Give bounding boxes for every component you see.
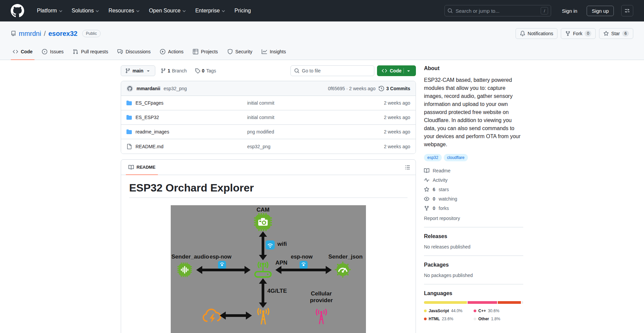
search-input[interactable]: Search or jump to... / <box>444 5 551 16</box>
topic-cloudflare[interactable]: cloudflare <box>444 154 468 161</box>
caret-down-icon <box>406 68 411 73</box>
tab-code[interactable]: Code <box>8 44 37 60</box>
repo-tabs: Code Issues Pull requests Discussions Ac… <box>0 44 644 60</box>
report-repository-link[interactable]: Report repository <box>424 216 523 221</box>
stars-link[interactable]: 6stars <box>424 187 523 192</box>
releases-heading: Releases <box>424 233 523 239</box>
nav-pricing[interactable]: Pricing <box>231 5 254 16</box>
esp-now-left-arrow <box>196 266 251 274</box>
nav-open-source[interactable]: Open Source <box>146 5 189 16</box>
repo-title-row: mmrdni / esorex32 Public Notifications F… <box>0 21 644 44</box>
language-bar-html <box>498 301 521 304</box>
avatar[interactable] <box>126 85 133 92</box>
cellular-provider-tower-icon <box>313 307 329 325</box>
actions-icon <box>160 49 165 54</box>
fork-button[interactable]: Fork 0 <box>561 28 596 39</box>
tab-issues[interactable]: Issues <box>37 44 68 60</box>
code-icon <box>13 49 18 54</box>
nav-solutions[interactable]: Solutions <box>68 5 103 16</box>
go-to-file-input[interactable]: Go to file <box>290 65 374 76</box>
tab-projects[interactable]: Projects <box>188 44 223 60</box>
readme-header: README <box>121 160 416 175</box>
nav-enterprise[interactable]: Enterprise <box>192 5 228 16</box>
file-name-link[interactable]: ES_ESP32 <box>136 115 159 120</box>
diagram-sender-audio-label: Sender_audio <box>171 254 209 260</box>
file-commit-message[interactable]: initial commit <box>247 100 384 106</box>
chevron-down-icon <box>136 9 140 13</box>
packages-empty-text: No packages published <box>424 273 523 278</box>
nav-platform[interactable]: Platform <box>34 5 66 16</box>
language-legend: JavaScript 44.0% C++ 30.6% HTML 23.6% Ot… <box>424 309 523 321</box>
repo-name-link[interactable]: esorex32 <box>48 30 77 38</box>
language-html[interactable]: HTML 23.6% <box>424 317 474 321</box>
file-name-link[interactable]: README.md <box>136 144 163 149</box>
language-dot <box>474 318 476 320</box>
architecture-diagram: CAM <box>171 205 366 333</box>
fork-icon <box>565 31 571 36</box>
folder-icon <box>126 129 132 134</box>
tab-insights[interactable]: Insights <box>257 44 290 60</box>
file-commit-time: 2 weeks ago <box>384 144 410 149</box>
activity-link[interactable]: Activity <box>424 177 523 183</box>
language-dot <box>424 310 427 312</box>
language-javascript[interactable]: JavaScript 44.0% <box>424 309 474 313</box>
json-gauge-chip-icon <box>335 262 351 278</box>
table-row[interactable]: ES_CFpages initial commit 2 weeks ago <box>121 96 416 110</box>
notifications-button[interactable]: Notifications <box>516 28 557 39</box>
diagram-sender-json-label: Sender_json <box>328 254 363 260</box>
pull-request-icon <box>73 49 78 54</box>
language-other[interactable]: Other 1.8% <box>474 317 523 321</box>
branch-selector[interactable]: main <box>121 65 155 76</box>
nav-resources[interactable]: Resources <box>105 5 143 16</box>
audio-chip-icon <box>177 262 192 277</box>
tab-security[interactable]: Security <box>223 44 257 60</box>
commit-hash-time[interactable]: 0f65695 · 2 weeks ago <box>328 86 376 91</box>
languages-section: Languages JavaScript 44.0% C++ 30.6% HTM… <box>424 290 523 321</box>
file-commit-message[interactable]: esp32_png <box>247 144 384 149</box>
sign-up-button[interactable]: Sign up <box>587 6 614 16</box>
table-row[interactable]: readme_images png modified 2 weeks ago <box>121 125 416 139</box>
sign-in-link[interactable]: Sign in <box>558 6 581 16</box>
forks-link[interactable]: 0forks <box>424 206 523 211</box>
tags-link[interactable]: 0Tags <box>192 68 219 73</box>
releases-empty-text: No releases published <box>424 244 523 249</box>
diagram-esp-now-right-label: esp-now <box>291 254 313 260</box>
readme-link[interactable]: Readme <box>424 168 523 173</box>
file-name-link[interactable]: ES_CFpages <box>136 100 163 106</box>
branches-link[interactable]: 1Branch <box>158 68 190 73</box>
language-cpp[interactable]: C++ 30.6% <box>474 309 523 313</box>
readme-tab[interactable]: README <box>124 160 160 175</box>
file-commit-message[interactable]: png modified <box>247 129 384 134</box>
repo-actions: Notifications Fork 0 Star 6 <box>516 28 633 39</box>
activity-icon <box>424 177 429 183</box>
repo-icon <box>11 31 16 36</box>
tab-pull-requests[interactable]: Pull requests <box>68 44 113 60</box>
cam-chip-icon <box>254 213 272 231</box>
file-commit-message[interactable]: initial commit <box>247 115 384 120</box>
file-icon <box>126 144 132 149</box>
tab-actions[interactable]: Actions <box>155 44 188 60</box>
commit-history-link[interactable]: 3 Commits <box>379 86 410 91</box>
file-name-link[interactable]: readme_images <box>136 129 169 134</box>
repo-owner-link[interactable]: mmrdni <box>19 30 41 38</box>
star-icon <box>424 187 429 192</box>
table-row[interactable]: README.md esp32_png 2 weeks ago <box>121 139 416 154</box>
code-button[interactable]: Code <box>377 65 416 76</box>
languages-heading: Languages <box>424 290 523 296</box>
outline-button[interactable] <box>402 162 413 173</box>
table-row[interactable]: ES_ESP32 initial commit 2 weeks ago <box>121 110 416 125</box>
commit-message-link[interactable]: esp32_png <box>164 86 187 91</box>
packages-heading: Packages <box>424 262 523 268</box>
appearance-settings-button[interactable] <box>621 5 633 16</box>
github-logo[interactable] <box>11 4 24 17</box>
topic-esp32[interactable]: esp32 <box>424 154 442 161</box>
esp-now-right-arrow <box>275 266 332 274</box>
tab-discussions[interactable]: Discussions <box>113 44 155 60</box>
commit-author-link[interactable]: mmardanii <box>137 86 160 91</box>
about-meta-list: Readme Activity 6stars 0watching 0forks <box>424 168 523 211</box>
star-button[interactable]: Star 6 <box>599 28 633 39</box>
sidebar-divider <box>424 227 523 227</box>
projects-icon <box>193 49 198 54</box>
watching-link[interactable]: 0watching <box>424 196 523 202</box>
latest-commit-row: mmardanii esp32_png 0f65695 · 2 weeks ag… <box>121 81 416 96</box>
